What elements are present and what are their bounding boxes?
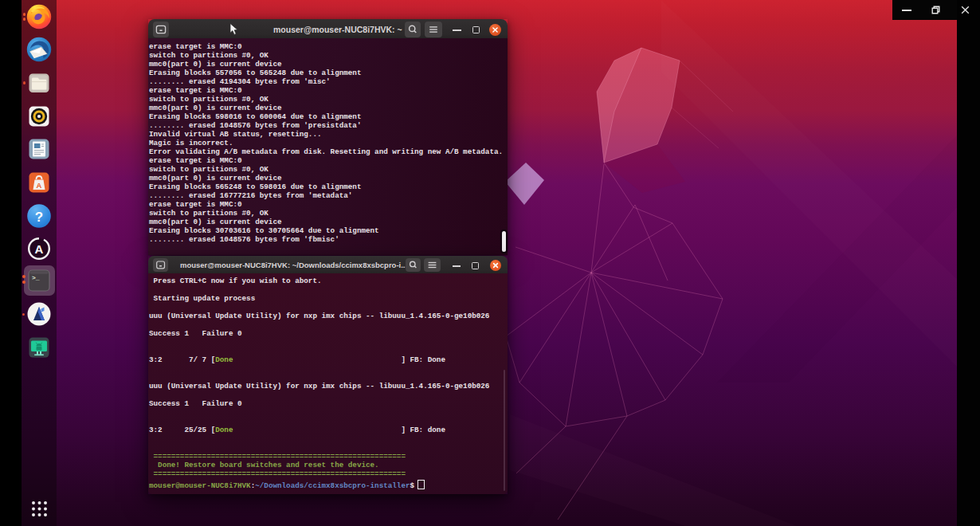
svg-text:?: ? bbox=[35, 209, 43, 224]
svg-text:>_: >_ bbox=[32, 274, 40, 281]
svg-text:A: A bbox=[35, 241, 44, 255]
svg-text:A: A bbox=[37, 181, 42, 190]
